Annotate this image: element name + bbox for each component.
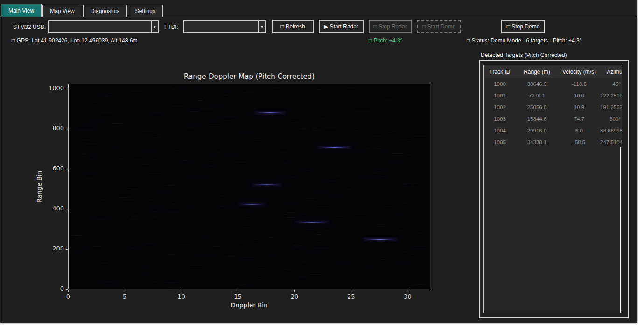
noise-speck xyxy=(123,161,133,161)
noise-speck xyxy=(416,233,424,233)
noise-speck xyxy=(244,93,254,93)
noise-speck xyxy=(378,166,390,167)
chevron-down-icon[interactable]: ▼ xyxy=(258,21,265,32)
noise-speck xyxy=(85,155,98,155)
noise-speck xyxy=(290,289,301,289)
noise-speck xyxy=(256,114,270,115)
noise-speck xyxy=(355,128,358,128)
noise-speck xyxy=(208,166,215,166)
table-row[interactable]: 100225056.810.9191.2552 xyxy=(484,101,622,113)
noise-speck xyxy=(245,112,248,113)
noise-speck xyxy=(141,90,152,91)
table-row[interactable]: 100534338.1-58.5247.5104 xyxy=(484,136,622,148)
noise-speck xyxy=(380,242,383,243)
noise-speck xyxy=(213,105,224,106)
noise-speck xyxy=(168,255,176,255)
noise-speck xyxy=(189,125,200,125)
noise-speck xyxy=(393,131,397,131)
stop-demo-button[interactable]: □ Stop Demo xyxy=(501,20,545,33)
noise-speck xyxy=(373,149,380,149)
target-streak xyxy=(364,239,396,240)
noise-speck xyxy=(72,235,82,236)
table-row[interactable]: 100429916.06.088.66998 xyxy=(484,125,622,136)
noise-speck xyxy=(161,193,170,193)
noise-speck xyxy=(414,249,427,249)
x-tick-mark xyxy=(68,290,69,292)
noise-speck xyxy=(298,129,308,129)
tab-main-view[interactable]: Main View xyxy=(1,4,42,17)
noise-speck xyxy=(163,185,175,186)
noise-speck xyxy=(153,247,157,247)
table-cell: 1002 xyxy=(484,104,516,110)
noise-speck xyxy=(84,178,94,179)
noise-speck xyxy=(95,219,105,220)
noise-speck xyxy=(175,189,182,189)
noise-speck xyxy=(262,126,266,127)
table-cell: 74.7 xyxy=(558,116,600,122)
table-row[interactable]: 100315844.674.7300° xyxy=(484,113,622,125)
ftdi-port-combobox[interactable]: ▼ xyxy=(183,20,266,33)
noise-speck xyxy=(208,124,222,125)
noise-speck xyxy=(405,285,416,286)
noise-speck xyxy=(153,112,163,112)
table-cell: 1005 xyxy=(484,139,516,145)
noise-speck xyxy=(400,139,408,139)
noise-speck xyxy=(156,97,166,97)
noise-speck xyxy=(224,120,233,121)
tab-diagnostics[interactable]: Diagnostics xyxy=(83,5,127,17)
x-tick-mark xyxy=(182,290,182,292)
column-header[interactable]: Velocity (m/s) xyxy=(558,65,600,78)
noise-speck xyxy=(205,205,210,205)
table-row[interactable]: 10017276.110.0122.2510 xyxy=(484,90,622,101)
target-streak xyxy=(238,204,266,205)
table-cell: 38646.9 xyxy=(516,81,558,87)
noise-speck xyxy=(129,248,136,248)
noise-speck xyxy=(245,284,248,284)
noise-speck xyxy=(129,232,138,232)
noise-speck xyxy=(287,133,295,134)
noise-speck xyxy=(284,269,292,269)
chevron-down-icon[interactable]: ▼ xyxy=(151,21,158,32)
noise-speck xyxy=(211,246,223,247)
noise-speck xyxy=(317,183,326,184)
stm32-port-combobox[interactable]: ▼ xyxy=(48,20,159,33)
noise-speck xyxy=(171,106,185,107)
noise-speck xyxy=(283,163,287,164)
noise-speck xyxy=(344,165,349,165)
noise-speck xyxy=(382,100,392,101)
noise-speck xyxy=(365,266,371,266)
noise-speck xyxy=(116,85,120,86)
column-header[interactable]: Range (m) xyxy=(516,65,558,78)
pitch-indicator-label: □ Pitch: +4.3° xyxy=(369,37,402,44)
noise-speck xyxy=(151,282,157,282)
table-row[interactable]: 100038646.9-118.645° xyxy=(484,78,622,90)
start-radar-button[interactable]: ▶ Start Radar xyxy=(319,20,364,33)
noise-speck xyxy=(236,284,245,284)
noise-speck xyxy=(379,226,385,227)
column-header[interactable]: Azimuth xyxy=(600,65,622,78)
table-scrollbar[interactable] xyxy=(620,147,621,313)
y-tick-mark xyxy=(66,129,68,129)
x-tick-mark xyxy=(125,290,125,292)
noise-speck xyxy=(209,154,218,154)
noise-speck xyxy=(147,152,152,153)
noise-speck xyxy=(182,88,187,89)
noise-speck xyxy=(292,123,297,123)
tab-map-view[interactable]: Map View xyxy=(42,5,82,17)
tab-settings[interactable]: Settings xyxy=(128,5,163,17)
noise-speck xyxy=(380,176,385,177)
noise-speck xyxy=(198,237,203,238)
noise-speck xyxy=(351,117,355,118)
refresh-button[interactable]: □ Refresh xyxy=(272,20,314,33)
table-cell: 6.0 xyxy=(558,128,600,133)
tab-bar: Main ViewMap ViewDiagnosticsSettings xyxy=(1,4,164,17)
noise-speck xyxy=(189,111,199,112)
noise-speck xyxy=(211,120,214,120)
noise-speck xyxy=(256,277,261,278)
noise-speck xyxy=(241,253,251,253)
noise-speck xyxy=(210,156,217,157)
noise-speck xyxy=(287,212,295,213)
noise-speck xyxy=(301,130,306,130)
column-header[interactable]: Track ID xyxy=(484,65,516,78)
noise-speck xyxy=(222,116,234,117)
